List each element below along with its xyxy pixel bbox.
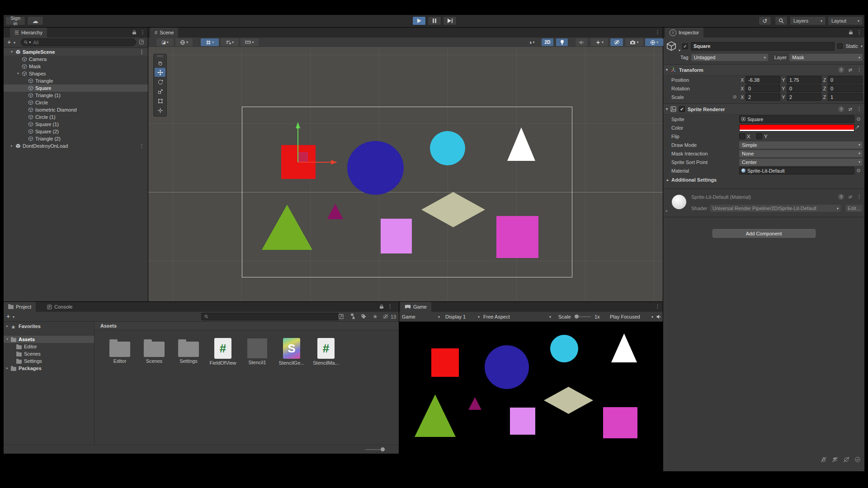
rect-tool-button[interactable]: [155, 96, 165, 105]
hierarchy-item-isometric-diamond[interactable]: Isometric Diamond: [4, 106, 148, 113]
sprite-renderer-header[interactable]: ▾ ✓ Sprite Renderer ? ⋮: [663, 103, 864, 115]
scene-visibility-button[interactable]: [610, 38, 623, 46]
layers-disabled-icon[interactable]: [832, 456, 838, 463]
add-object-caret-icon[interactable]: ▾: [14, 41, 15, 45]
play-button[interactable]: [412, 16, 426, 25]
search-button[interactable]: [775, 16, 788, 25]
object-picker-icon[interactable]: ⊙: [854, 116, 863, 122]
asset-item-stencilma[interactable]: #StencilMa...: [311, 337, 341, 366]
hierarchy-item-mask[interactable]: Mask: [4, 63, 148, 70]
tab-project[interactable]: Project: [4, 302, 36, 312]
scene-shape-green-triangle[interactable]: [262, 205, 312, 250]
aspect-dropdown[interactable]: Free Aspect▾: [483, 313, 551, 320]
game-mode-dropdown[interactable]: Game▾: [402, 313, 440, 320]
static-checkbox[interactable]: [837, 43, 843, 49]
foldout-arrow-icon[interactable]: ▸: [666, 209, 668, 213]
layers-dropdown[interactable]: Layers▾: [790, 16, 826, 25]
shader-edit-button[interactable]: Edit...: [845, 205, 863, 212]
foldout-arrow-icon[interactable]: ▾: [5, 336, 10, 343]
sprite-object-field[interactable]: Square: [739, 115, 854, 123]
hierarchy-item-shapes[interactable]: ▾Shapes: [4, 70, 148, 77]
help-icon[interactable]: ?: [838, 67, 844, 73]
scene-audio-button[interactable]: [576, 38, 587, 46]
render-mode-dropdown[interactable]: ◑▾: [524, 38, 540, 46]
presets-icon[interactable]: [848, 107, 853, 112]
asset-item-editor[interactable]: Editor: [105, 337, 135, 364]
project-tree-item-editor[interactable]: Editor: [4, 343, 94, 350]
effects-dropdown[interactable]: ▾: [591, 38, 608, 46]
play-focused-dropdown[interactable]: Play Focused▾: [610, 313, 653, 320]
project-tree-item-favorites[interactable]: ▸★Favorites: [4, 323, 94, 330]
add-asset-button[interactable]: +: [6, 313, 10, 320]
hand-tool-button[interactable]: [155, 58, 165, 67]
active-checkbox[interactable]: ✓: [682, 43, 688, 49]
panel-menu-icon[interactable]: ⋮: [655, 29, 660, 35]
scene-shape-violet-square[interactable]: [381, 219, 412, 253]
scale-y-field[interactable]: 2: [787, 93, 821, 101]
grid-visibility-dropdown[interactable]: ▾: [201, 38, 219, 46]
tab-game[interactable]: Game: [400, 302, 431, 312]
project-tree-item-scenes[interactable]: Scenes: [4, 350, 94, 357]
presets-icon[interactable]: [848, 67, 853, 73]
pause-button[interactable]: [428, 16, 441, 25]
tab-inspector[interactable]: i Inspector: [665, 28, 703, 38]
lock-icon[interactable]: [849, 30, 853, 35]
object-name-field[interactable]: Square: [691, 42, 835, 51]
panel-menu-icon[interactable]: ⋮: [140, 29, 145, 35]
flip-y-checkbox[interactable]: [756, 133, 762, 139]
open-new-window-icon[interactable]: [139, 39, 144, 45]
panel-menu-icon[interactable]: ⋮: [655, 304, 660, 310]
scene-camera-dropdown[interactable]: ▾: [175, 38, 193, 46]
component-menu-icon[interactable]: ⋮: [857, 194, 862, 200]
tab-console[interactable]: Console: [42, 302, 77, 312]
palette-drag-handle[interactable]: [154, 54, 166, 58]
additional-settings-foldout[interactable]: ▸ Additional Settings: [663, 175, 864, 185]
scale-z-field[interactable]: 1: [828, 93, 863, 101]
hierarchy-item-triangle[interactable]: Triangle: [4, 77, 148, 84]
scale-slider-handle[interactable]: [575, 314, 579, 319]
measure-tool-dropdown[interactable]: ▾: [241, 38, 259, 46]
help-icon[interactable]: ?: [838, 106, 844, 112]
lock-icon[interactable]: [132, 30, 137, 35]
project-tree-item-settings[interactable]: Settings: [4, 357, 94, 365]
item-options-icon[interactable]: ⋮: [139, 142, 144, 150]
tab-scene[interactable]: # Scene: [150, 28, 178, 38]
game-canvas[interactable]: [399, 322, 663, 454]
toggle-2d-button[interactable]: 2D: [542, 38, 553, 46]
hierarchy-search[interactable]: ▾: [21, 38, 136, 46]
grid-snapping-dropdown[interactable]: ▾: [221, 38, 239, 46]
move-tool-button[interactable]: [155, 68, 165, 77]
position-x-field[interactable]: -6.38: [745, 76, 780, 84]
foldout-arrow-icon[interactable]: ▾: [15, 70, 21, 77]
add-object-button[interactable]: +: [7, 38, 11, 46]
add-component-button[interactable]: Add Component: [712, 229, 816, 238]
scale-tool-button[interactable]: [155, 87, 165, 96]
tag-dropdown[interactable]: Untagged▾: [691, 54, 768, 61]
draw-mode-dropdown[interactable]: Simple▾: [739, 141, 863, 149]
asset-item-stencilge[interactable]: SStencilGe...: [277, 337, 307, 366]
draw-mode-dropdown[interactable]: ◪▾: [156, 38, 174, 46]
hierarchy-item-square-1[interactable]: Square (1): [4, 121, 148, 128]
asset-item-fieldofview[interactable]: #FieldOfView: [208, 337, 238, 366]
scale-link-icon[interactable]: ⊘: [730, 94, 739, 100]
scene-lighting-button[interactable]: [556, 38, 568, 46]
hierarchy-item-square-2[interactable]: Square (2): [4, 128, 148, 135]
color-swatch[interactable]: [739, 124, 854, 131]
position-y-field[interactable]: 1.75: [787, 76, 821, 84]
foldout-arrow-icon[interactable]: ▸: [9, 142, 14, 150]
hierarchy-search-input[interactable]: [32, 39, 133, 46]
sprite-sort-point-dropdown[interactable]: Center▾: [739, 159, 863, 166]
component-menu-icon[interactable]: ⋮: [857, 67, 862, 73]
step-button[interactable]: [443, 16, 457, 25]
mask-interaction-dropdown[interactable]: None▾: [739, 150, 863, 157]
component-enabled-checkbox[interactable]: ✓: [679, 106, 685, 112]
static-caret-icon[interactable]: ▾: [861, 44, 863, 48]
scene-canvas[interactable]: [148, 47, 663, 301]
scale-x-field[interactable]: 2: [745, 93, 780, 101]
hierarchy-item-circle[interactable]: Circle: [4, 99, 148, 106]
scene-shape-magenta-square[interactable]: [496, 216, 538, 258]
asset-item-stencil1[interactable]: Stencil1: [242, 337, 272, 365]
transform-tool-button[interactable]: [155, 106, 165, 115]
item-options-icon[interactable]: ⋮: [139, 48, 144, 56]
scene-shape-white-triangle[interactable]: [507, 127, 535, 161]
